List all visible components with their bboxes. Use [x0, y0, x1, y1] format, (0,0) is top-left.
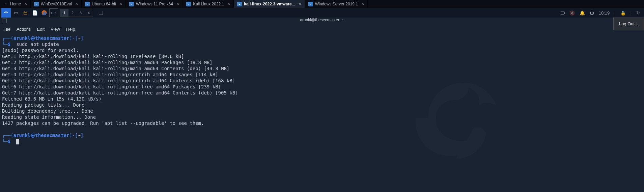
vm-tab[interactable]: ▸kali-linux-2022.3-vmware...✕ [234, 0, 305, 8]
session-icon[interactable]: ↻ [636, 10, 640, 16]
terminal-menu-bar: FileActionsEditViewHelp [0, 24, 644, 34]
logout-button[interactable]: Log Out... [613, 18, 644, 30]
menu-item[interactable]: Help [66, 27, 75, 32]
power-icon[interactable]: ⏻ [590, 10, 594, 16]
tab-label: Kali Linux 2022.1 [193, 2, 224, 6]
app-launcher-icon[interactable] [96, 8, 105, 17]
file-manager-icon[interactable]: 🗀 [21, 8, 30, 17]
workspace-button[interactable]: 2 [68, 9, 77, 17]
home-icon: ⌂ [3, 2, 8, 6]
lock-icon[interactable]: 🔒 [620, 10, 626, 16]
vm-icon: ▸ [85, 2, 90, 6]
notification-bell-icon[interactable]: 🔔 [580, 10, 585, 16]
vm-tab[interactable]: ▸Windows 11 Pro x64✕ [126, 0, 183, 8]
tab-label: kali-linux-2022.3-vmware... [244, 2, 295, 6]
workspace-button[interactable]: 4 [85, 9, 93, 17]
vmware-tab-bar: ⌂Home✕▸WinDev2010Eval✕▸Ubuntu 64-bit✕▸Wi… [0, 0, 644, 8]
terminal-output[interactable]: ┌──(arunkl㉿thesecmaster)-[~] └─$ sudo ap… [0, 34, 644, 146]
window-list-icon[interactable]: ▭ [11, 8, 20, 17]
volume-muted-icon[interactable]: 🔇 [569, 10, 575, 16]
vm-icon: ▸ [186, 2, 191, 6]
close-icon[interactable]: ✕ [299, 2, 301, 6]
vm-icon: ▸ [34, 2, 39, 6]
terminal-launcher-icon[interactable]: >_▾ [49, 8, 58, 17]
vm-tab[interactable]: ▸Kali Linux 2022.1✕ [183, 0, 234, 8]
vm-tab[interactable]: ▸WinDev2010Eval✕ [31, 0, 82, 8]
close-icon[interactable]: ✕ [119, 2, 122, 6]
kali-menu-button[interactable] [1, 8, 11, 18]
display-icon[interactable]: 🖵 [560, 10, 565, 16]
close-icon[interactable]: ✕ [176, 2, 179, 6]
firefox-icon[interactable] [40, 8, 49, 17]
tab-label: Windows Server 2019 1 [315, 2, 358, 6]
close-icon[interactable]: ✕ [24, 2, 27, 6]
workspace-switcher: 1234 [60, 9, 93, 17]
tab-label: Windows 11 Pro x64 [136, 2, 173, 6]
workspace-button[interactable]: 3 [77, 9, 85, 17]
kali-panel: ▭ 🗀 📄 >_▾ 1234 🖵 🔇 🔔 ⏻ 10:19 | 🔒 | ↻ [0, 8, 644, 18]
window-icon [0, 18, 644, 24]
notes-icon[interactable]: 📄 [30, 8, 39, 17]
cursor [16, 139, 19, 144]
close-icon[interactable]: ✕ [361, 2, 364, 6]
menu-item[interactable]: Actions [17, 27, 31, 32]
menu-item[interactable]: Edit [37, 27, 45, 32]
close-icon[interactable]: ✕ [227, 2, 230, 6]
menu-item[interactable]: File [3, 27, 10, 32]
vm-icon: ▸ [237, 2, 242, 6]
tab-label: Home [10, 2, 21, 6]
close-icon[interactable]: ✕ [75, 2, 78, 6]
vm-icon: ▸ [308, 2, 313, 6]
vm-tab[interactable]: ⌂Home✕ [0, 0, 31, 8]
tab-label: Ubuntu 64-bit [92, 2, 116, 6]
clock[interactable]: 10:19 [599, 10, 610, 16]
vm-icon: ▸ [129, 2, 134, 6]
vm-tab[interactable]: ▸Ubuntu 64-bit✕ [82, 0, 126, 8]
workspace-button[interactable]: 1 [60, 9, 68, 17]
command-text: sudo apt update [16, 42, 59, 47]
vm-tab[interactable]: ▸Windows Server 2019 1✕ [305, 0, 368, 8]
menu-item[interactable]: View [51, 27, 60, 32]
tab-label: WinDev2010Eval [41, 2, 72, 6]
